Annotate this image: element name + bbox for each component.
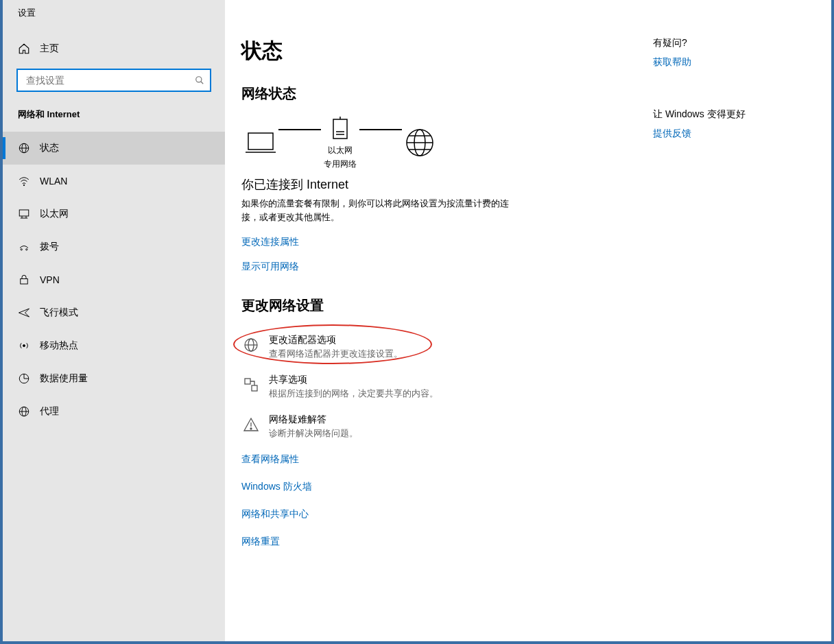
sidebar-item-airplane[interactable]: 飞行模式 (3, 296, 225, 329)
sidebar-item-label: 飞行模式 (40, 307, 78, 319)
search-box (16, 69, 211, 92)
pc-node (246, 129, 276, 156)
home-button[interactable]: 主页 (3, 34, 225, 63)
option-title: 网络疑难解答 (269, 414, 358, 426)
connection-line (359, 129, 402, 130)
svg-rect-10 (19, 210, 29, 216)
sidebar-item-wlan[interactable]: WLAN (3, 165, 225, 198)
sidebar-item-label: VPN (40, 274, 60, 285)
svg-point-39 (250, 428, 252, 429)
sidebar-item-ethernet[interactable]: 以太网 (3, 198, 225, 230)
router-caption-top: 以太网 (328, 145, 353, 156)
network-reset-link[interactable]: 网络重置 (241, 536, 626, 548)
svg-rect-22 (248, 133, 273, 150)
svg-point-9 (23, 184, 25, 186)
data-usage-icon (18, 372, 30, 385)
sidebar-nav: 状态 WLAN 以太网 拨号 (3, 132, 225, 428)
option-title: 更改适配器选项 (269, 334, 403, 346)
home-icon (18, 43, 30, 55)
sidebar-item-label: 拨号 (40, 241, 59, 253)
home-label: 主页 (40, 43, 59, 55)
sidebar-item-hotspot[interactable]: 移动热点 (3, 329, 225, 362)
feedback-link[interactable]: 提供反馈 (653, 128, 790, 140)
connection-line (278, 129, 321, 130)
internet-node (405, 128, 435, 158)
sidebar-section-title: 网络和 Internet (3, 102, 225, 128)
windows-firewall-link[interactable]: Windows 防火墙 (241, 481, 626, 493)
network-sharing-center-link[interactable]: 网络和共享中心 (241, 508, 626, 521)
main-content: 状态 网络状态 以太网 专用网络 你已连接到 Internet 如果你的流量套餐… (225, 0, 831, 641)
svg-rect-24 (333, 119, 347, 139)
option-subtitle: 诊断并解决网络问题。 (269, 427, 358, 440)
search-icon (195, 75, 204, 85)
right-pane: 有疑问? 获取帮助 让 Windows 变得更好 提供反馈 (653, 37, 790, 625)
dialup-icon (18, 241, 30, 253)
ethernet-icon (18, 208, 30, 220)
globe-icon (18, 142, 30, 154)
window-title: 设置 (18, 7, 36, 19)
vpn-icon (18, 274, 30, 286)
question-heading: 有疑问? (653, 37, 790, 49)
view-network-properties-link[interactable]: 查看网络属性 (241, 453, 626, 466)
change-connection-properties-link[interactable]: 更改连接属性 (241, 236, 626, 248)
search-input[interactable] (16, 69, 211, 92)
network-diagram: 以太网 专用网络 (241, 115, 626, 169)
option-subtitle: 根据所连接到的网络，决定要共享的内容。 (269, 387, 438, 400)
sidebar-item-label: 数据使用量 (40, 372, 88, 385)
sidebar: 主页 网络和 Internet 状态 WLAN (3, 0, 225, 641)
network-troubleshooter[interactable]: 网络疑难解答 诊断并解决网络问题。 (241, 407, 626, 446)
troubleshoot-icon (241, 415, 261, 434)
connected-heading: 你已连接到 Internet (241, 176, 626, 193)
show-available-networks-link[interactable]: 显示可用网络 (241, 261, 626, 273)
change-network-settings-heading: 更改网络设置 (241, 296, 626, 315)
option-subtitle: 查看网络适配器并更改连接设置。 (269, 348, 403, 360)
svg-point-15 (26, 249, 27, 250)
wifi-icon (18, 175, 30, 187)
sidebar-item-data-usage[interactable]: 数据使用量 (3, 362, 225, 395)
svg-point-17 (23, 345, 25, 347)
svg-rect-36 (245, 379, 250, 384)
sidebar-item-dialup[interactable]: 拨号 (3, 230, 225, 263)
sharing-options[interactable]: 共享选项 根据所连接到的网络，决定要共享的内容。 (241, 367, 626, 407)
proxy-icon (18, 405, 30, 418)
hotspot-icon (18, 339, 30, 352)
get-help-link[interactable]: 获取帮助 (653, 56, 790, 69)
improve-heading: 让 Windows 变得更好 (653, 108, 790, 121)
connected-description: 如果你的流量套餐有限制，则你可以将此网络设置为按流量计费的连接，或者更改其他属性… (241, 197, 523, 224)
sidebar-item-label: 代理 (40, 405, 59, 418)
svg-point-4 (196, 77, 202, 82)
router-caption-bottom: 专用网络 (324, 159, 357, 170)
adapter-icon (241, 335, 261, 355)
change-adapter-options[interactable]: 更改适配器选项 查看网络适配器并更改连接设置。 (241, 327, 626, 367)
network-status-heading: 网络状态 (241, 84, 626, 103)
sidebar-item-label: WLAN (40, 176, 67, 187)
sidebar-item-label: 移动热点 (40, 339, 78, 352)
airplane-icon (18, 307, 30, 319)
router-node: 以太网 专用网络 (324, 115, 357, 169)
svg-rect-16 (21, 279, 28, 285)
sidebar-item-label: 以太网 (40, 208, 69, 220)
option-title: 共享选项 (269, 374, 438, 386)
sidebar-item-proxy[interactable]: 代理 (3, 395, 225, 428)
svg-line-5 (201, 82, 204, 84)
sidebar-item-vpn[interactable]: VPN (3, 263, 225, 296)
page-title: 状态 (241, 37, 626, 65)
svg-rect-37 (252, 385, 257, 391)
sidebar-item-status[interactable]: 状态 (3, 132, 225, 165)
sharing-icon (241, 375, 261, 394)
sidebar-item-label: 状态 (40, 142, 59, 154)
svg-point-14 (21, 249, 22, 250)
